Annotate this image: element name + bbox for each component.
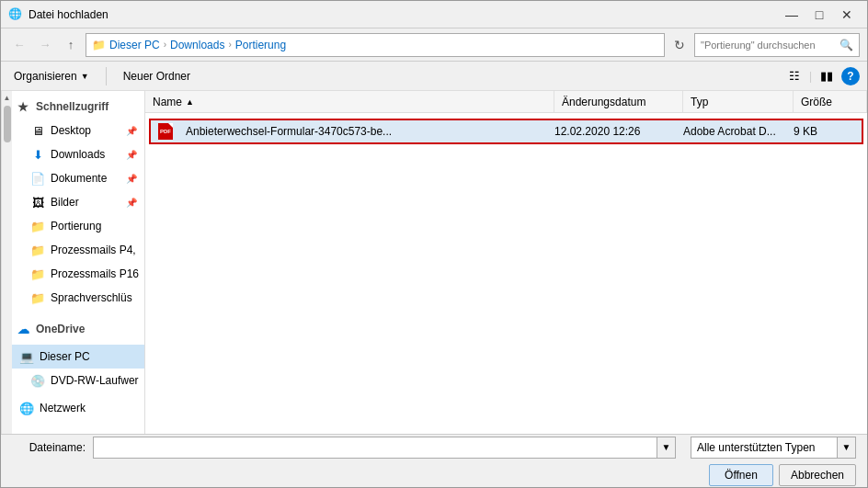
up-button[interactable]: ↑	[60, 34, 82, 56]
sidebar-label-desktop: Desktop	[51, 124, 91, 137]
sidebar-item-dieser-pc[interactable]: 💻 Dieser PC	[12, 345, 144, 369]
new-folder-button[interactable]: Neuer Ordner	[118, 65, 196, 87]
title-bar-controls: — □ ✕	[779, 5, 860, 25]
sidebar-label-downloads: Downloads	[51, 148, 105, 161]
sidebar-label-prozessmails1: Prozessmails P4,	[51, 244, 136, 256]
sidebar-item-desktop[interactable]: 🖥 Desktop 📌	[12, 119, 144, 142]
sidebar-item-portierung[interactable]: 📁 Portierung	[12, 214, 144, 238]
column-type-header[interactable]: Typ	[683, 91, 794, 112]
sidebar-item-netzwerk[interactable]: 🌐 Netzwerk	[12, 396, 144, 420]
sidebar-item-dvd[interactable]: 💿 DVD-RW-Laufwer	[12, 369, 144, 392]
filename-row: Dateiname: ▼ Alle unterstützten Typen ▼	[12, 437, 856, 459]
sidebar-item-onedrive[interactable]: ☁ OneDrive	[12, 317, 144, 341]
pc-icon: 💻	[19, 349, 34, 364]
sidebar-label-onedrive: OneDrive	[36, 323, 85, 335]
dokumente-icon: 📄	[30, 171, 45, 186]
file-date: 12.02.2020 12:26	[554, 125, 640, 138]
column-name-label: Name	[153, 96, 182, 108]
filename-input-container: ▼	[93, 437, 676, 459]
sidebar-item-downloads[interactable]: ⬇ Downloads 📌	[12, 142, 144, 166]
bilder-icon: 🖼	[30, 195, 45, 210]
onedrive-icon: ☁	[16, 322, 30, 336]
column-size-label: Größe	[801, 96, 832, 108]
breadcrumb-sep-1: ›	[164, 40, 166, 50]
network-icon: 🌐	[19, 401, 34, 415]
close-button[interactable]: ✕	[834, 5, 860, 25]
file-size: 9 KB	[794, 125, 817, 138]
scroll-thumb[interactable]	[4, 106, 11, 142]
toolbar: Organisieren ▼ Neuer Ordner ☷ | ▮▮ ?	[1, 62, 867, 91]
sidebar-item-sprachverschlus[interactable]: 📁 Sprachverschlüs	[12, 286, 144, 310]
file-icon-cell: PDF	[153, 123, 178, 140]
sidebar-label-bilder: Bilder	[51, 196, 79, 209]
search-input[interactable]	[701, 40, 836, 51]
title-bar: 🌐 Datei hochladen — □ ✕	[1, 1, 867, 28]
sidebar-label-sprachverschlus: Sprachverschlüs	[51, 291, 132, 304]
column-name-header[interactable]: Name ▲	[145, 91, 554, 112]
filetype-container: Alle unterstützten Typen ▼	[691, 437, 856, 459]
bottom-bar: Dateiname: ▼ Alle unterstützten Typen ▼ …	[1, 434, 867, 487]
pin-icon-dokumente: 📌	[126, 174, 137, 184]
folder-prozess1-icon: 📁	[30, 243, 45, 257]
file-name-cell: Anbieterwechsel-Formular-3470c573-be...	[178, 125, 547, 138]
sidebar-label-dokumente: Dokumente	[51, 172, 107, 185]
breadcrumb-item-2[interactable]: Downloads	[170, 39, 224, 51]
organize-label: Organisieren	[14, 70, 77, 83]
desktop-icon: 🖥	[30, 123, 45, 138]
sidebar-item-dokumente[interactable]: 📄 Dokumente 📌	[12, 166, 144, 190]
sidebar-label-dvd: DVD-RW-Laufwer	[51, 374, 139, 387]
sidebar-item-prozessmails1[interactable]: 📁 Prozessmails P4,	[12, 238, 144, 262]
file-name: Anbieterwechsel-Formular-3470c573-be...	[186, 125, 392, 138]
file-list-header: Name ▲ Änderungsdatum Typ Größe	[145, 91, 867, 113]
breadcrumb-item-3[interactable]: Portierung	[235, 39, 286, 51]
cancel-button[interactable]: Abbrechen	[779, 464, 856, 486]
organize-button[interactable]: Organisieren ▼	[8, 65, 95, 87]
breadcrumb-sep-2: ›	[228, 40, 231, 50]
maximize-button[interactable]: □	[806, 5, 832, 25]
folder-sprach-icon: 📁	[30, 290, 45, 305]
minimize-button[interactable]: —	[779, 5, 805, 25]
folder-prozess2-icon: 📁	[30, 267, 45, 281]
scroll-up-arrow[interactable]: ▲	[2, 91, 13, 104]
column-size-header[interactable]: Größe	[794, 91, 867, 112]
download-icon: ⬇	[30, 147, 45, 162]
help-button[interactable]: ?	[841, 67, 860, 85]
sidebar-label-portierung: Portierung	[51, 220, 101, 233]
filename-input[interactable]	[93, 437, 657, 459]
sidebar-scrollbar[interactable]: ▲	[1, 91, 12, 434]
toolbar-separator	[106, 67, 107, 85]
breadcrumb-item-1[interactable]: Dieser PC	[109, 39, 160, 51]
forward-button[interactable]: →	[34, 34, 56, 56]
folder-portierung-icon: 📁	[30, 219, 45, 233]
column-type-label: Typ	[691, 96, 708, 108]
filetype-dropdown-button[interactable]: ▼	[838, 437, 856, 459]
star-icon: ★	[16, 99, 30, 114]
column-date-header[interactable]: Änderungsdatum	[554, 91, 683, 112]
sidebar-label-prozessmails2: Prozessmails P16	[51, 267, 139, 280]
filename-dropdown-button[interactable]: ▼	[657, 437, 676, 459]
sidebar-label-netzwerk: Netzwerk	[40, 402, 86, 414]
file-list: PDF Anbieterwechsel-Formular-3470c573-be…	[145, 113, 867, 434]
organize-chevron-icon: ▼	[81, 72, 89, 81]
sidebar: ★ Schnellzugriff 🖥 Desktop 📌 ⬇ Downloads…	[12, 91, 144, 434]
preview-pane-button[interactable]: ▮▮	[816, 65, 838, 87]
sidebar-item-bilder[interactable]: 🖼 Bilder 📌	[12, 190, 144, 214]
file-size-cell: 9 KB	[786, 125, 860, 138]
window-icon: 🌐	[8, 7, 23, 22]
breadcrumb: 📁 Dieser PC › Downloads › Portierung	[86, 33, 665, 57]
dvd-icon: 💿	[30, 373, 45, 388]
breadcrumb-icon: 📁	[92, 39, 106, 51]
sidebar-spacer	[12, 310, 144, 317]
refresh-button[interactable]: ↻	[668, 33, 691, 57]
back-button[interactable]: ←	[8, 34, 30, 56]
table-row[interactable]: PDF Anbieterwechsel-Formular-3470c573-be…	[149, 119, 863, 144]
file-type-cell: Adobe Acrobat D...	[676, 125, 786, 138]
open-button[interactable]: Öffnen	[709, 464, 773, 486]
sidebar-container: ▲ ★ Schnellzugriff 🖥 Desktop 📌 ⬇ Downloa…	[1, 91, 145, 434]
sidebar-item-prozessmails2[interactable]: 📁 Prozessmails P16	[12, 262, 144, 286]
toolbar-right: ☷ | ▮▮ ?	[783, 65, 860, 87]
pin-icon-downloads: 📌	[126, 150, 137, 160]
sidebar-label-schnellzugriff: Schnellzugriff	[36, 100, 108, 113]
title-bar-left: 🌐 Datei hochladen	[8, 7, 108, 22]
view-options-button[interactable]: ☷	[783, 65, 805, 87]
